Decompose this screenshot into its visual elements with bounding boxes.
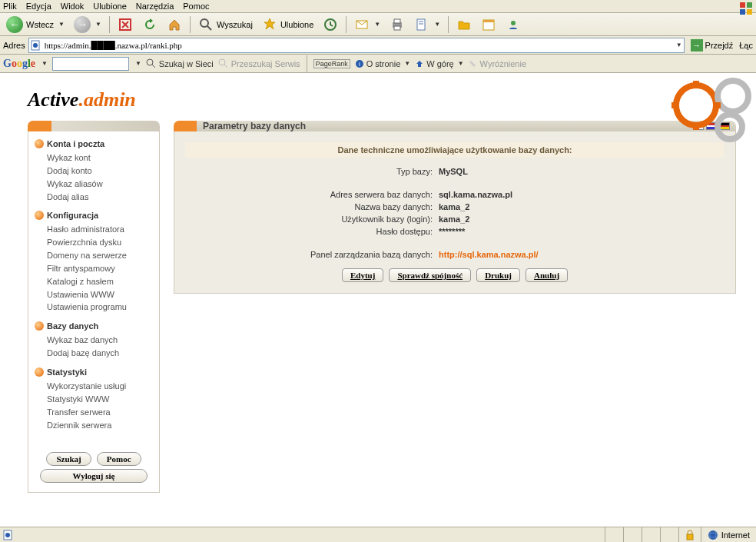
sidebar-link[interactable]: Wykaz aliasów (35, 178, 153, 191)
star-icon (262, 17, 277, 32)
main-toolbar: ← Wstecz▼ →▼ Wyszukaj Ulubione ▼ ▼ (0, 13, 756, 36)
up-button[interactable]: W górę▼ (415, 59, 463, 68)
favorites-button[interactable]: Ulubione (259, 15, 317, 34)
print-icon (390, 17, 405, 32)
sidebar-link[interactable]: Wykaz kont (35, 151, 153, 165)
svg-point-7 (201, 19, 208, 27)
search-web-button[interactable]: Szukaj w Sieci (146, 58, 214, 69)
param-label: Typ bazy: (185, 167, 439, 176)
svg-rect-34 (713, 102, 721, 108)
sidebar-link[interactable]: Powierzchnia dysku (35, 236, 153, 249)
sidebar-link[interactable]: Dziennik serwera (35, 419, 153, 432)
sidebar-link[interactable]: Filtr antyspamowy (35, 262, 153, 275)
highlight-icon (469, 59, 478, 68)
calendar-button[interactable] (478, 15, 499, 34)
app-logo: Active.admin (28, 88, 756, 111)
search-site-button[interactable]: Przeszukaj Serwis (218, 58, 300, 69)
page-viewport: Active.admin Konta i poczta Wykaz kont D… (0, 73, 756, 538)
print-button[interactable] (386, 15, 408, 34)
go-button[interactable]: →Przejdź (688, 38, 737, 52)
about-page-button[interactable]: iO stronie▼ (355, 59, 411, 68)
menu-ulubione[interactable]: Ulubione (93, 2, 126, 11)
history-icon (323, 17, 338, 32)
sidebar-link[interactable]: Ustawienia WWW (35, 288, 153, 301)
sidebar-link[interactable]: Dodaj alias (35, 191, 153, 204)
calendar-icon (481, 17, 496, 32)
logo-area: Active.admin (0, 73, 756, 121)
discuss-button[interactable] (453, 15, 475, 34)
param-label: Użytkownik bazy (login): (185, 214, 439, 224)
address-input[interactable] (45, 41, 671, 50)
menu-pomoc[interactable]: Pomoc (183, 2, 209, 11)
home-icon (167, 17, 182, 32)
edit-button[interactable]: Edytuj (342, 268, 383, 282)
chevron-down-icon[interactable]: ▼ (135, 60, 141, 67)
menu-widok[interactable]: Widok (61, 2, 85, 11)
chevron-down-icon[interactable]: ▼ (676, 42, 682, 48)
check-integrity-button[interactable]: Sprawdź spójność (389, 268, 471, 282)
svg-rect-0 (740, 2, 745, 8)
print-button[interactable]: Drukuj (476, 268, 520, 282)
go-arrow-icon: → (691, 39, 703, 52)
sidebar-link[interactable]: Hasło administratora (35, 223, 153, 236)
links-label[interactable]: Łąc (739, 41, 753, 50)
stop-icon (118, 17, 133, 32)
menu-edycja[interactable]: Edycja (26, 2, 51, 11)
lock-icon (685, 530, 695, 540)
home-button[interactable] (164, 15, 185, 34)
sidebar-link[interactable]: Domeny na serwerze (35, 249, 153, 262)
sidebar-link[interactable]: Wykaz baz danych (35, 334, 153, 347)
msn-button[interactable] (502, 15, 524, 34)
stop-button[interactable] (114, 15, 136, 34)
svg-text:i: i (359, 61, 360, 68)
svg-line-25 (224, 65, 227, 68)
forward-button[interactable]: →▼ (71, 15, 104, 35)
sidebar-link[interactable]: Katalogi z hasłem (35, 275, 153, 288)
svg-rect-31 (693, 81, 699, 88)
address-label: Adres (3, 41, 25, 50)
sidebar-link[interactable]: Wykorzystanie usługi (35, 380, 153, 393)
up-arrow-icon (415, 59, 424, 68)
svg-rect-33 (671, 102, 679, 108)
info-icon: i (355, 59, 364, 68)
search-button[interactable]: Szukaj (46, 452, 91, 466)
panel-subtitle: Dane techniczne umożliwiające użytkowani… (185, 142, 724, 158)
edit-button[interactable]: ▼ (411, 15, 443, 34)
mail-icon (354, 17, 370, 32)
db-admin-link[interactable]: http://sql.kama.nazwa.pl/ (439, 250, 539, 259)
page-icon (31, 40, 41, 51)
svg-point-36 (5, 533, 10, 537)
search-button[interactable]: Wyszukaj (195, 15, 256, 34)
zone-label: Internet (721, 530, 750, 540)
pagerank-button[interactable]: PageRank (313, 59, 350, 68)
refresh-icon (142, 17, 158, 32)
back-button[interactable]: ← Wstecz▼ (3, 15, 68, 35)
svg-line-23 (152, 65, 155, 68)
highlight-button[interactable]: Wyróżnienie (469, 59, 526, 68)
param-value: kama_2 (439, 214, 469, 224)
menu-narzedzia[interactable]: Narzędzia (136, 2, 174, 11)
param-value: kama_2 (439, 202, 469, 211)
svg-point-22 (147, 59, 153, 65)
main-panel: Parametry bazy danych Dane techniczne um… (174, 121, 736, 493)
history-button[interactable] (320, 15, 341, 34)
svg-point-29 (718, 81, 748, 111)
sidebar-link[interactable]: Transfer serwera (35, 406, 153, 419)
refresh-button[interactable] (139, 15, 161, 34)
search-icon (218, 58, 229, 69)
menubar: Plik Edycja Widok Ulubione Narzędzia Pom… (0, 0, 756, 13)
sidebar-link[interactable]: Dodaj konto (35, 165, 153, 178)
menu-plik[interactable]: Plik (3, 2, 17, 11)
cancel-button[interactable]: Anuluj (526, 268, 568, 282)
sidebar-section-stats: Statystyki Wykorzystanie usługi Statysty… (35, 367, 153, 431)
sidebar-link[interactable]: Dodaj bazę danych (35, 347, 153, 360)
help-button[interactable]: Pomoc (97, 452, 141, 466)
logout-button[interactable]: Wyloguj się (40, 469, 148, 483)
google-logo[interactable]: Google (3, 58, 35, 70)
address-input-wrap[interactable]: ▼ (28, 38, 685, 53)
sidebar-link[interactable]: Statystyki WWW (35, 393, 153, 406)
chevron-down-icon[interactable]: ▼ (41, 60, 48, 67)
mail-button[interactable]: ▼ (351, 15, 383, 34)
google-search-input[interactable] (52, 57, 129, 71)
sidebar-link[interactable]: Ustawienia programu (35, 301, 153, 314)
